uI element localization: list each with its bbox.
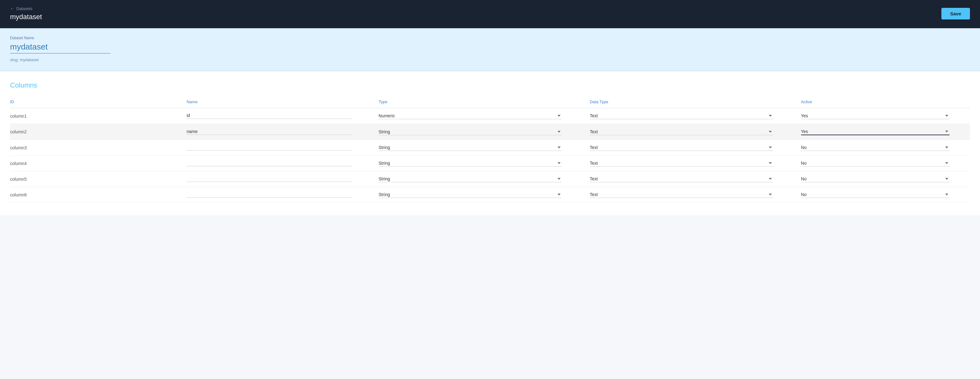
- cell-active: YesNo: [797, 108, 970, 124]
- columns-title: Columns: [10, 81, 970, 89]
- active-select[interactable]: YesNo: [801, 128, 950, 135]
- cell-id: column4: [10, 155, 183, 171]
- back-link[interactable]: ← Datasets: [10, 6, 42, 11]
- columns-section: Columns ID Name Type Data Type Active co…: [0, 71, 980, 215]
- name-input[interactable]: [186, 192, 353, 198]
- data-type-select[interactable]: TextIntegerFloatBoolean: [590, 176, 773, 182]
- cell-data-type: TextIntegerFloatBoolean: [586, 108, 797, 124]
- cell-data-type: TextIntegerFloatBoolean: [586, 124, 797, 140]
- data-type-select[interactable]: TextIntegerFloatBoolean: [590, 160, 773, 167]
- col-header-data-type: Data Type: [586, 97, 797, 108]
- data-type-select[interactable]: TextIntegerFloatBoolean: [590, 191, 773, 198]
- data-type-select[interactable]: TextIntegerFloatBoolean: [590, 144, 773, 151]
- cell-name: [183, 187, 375, 203]
- cell-type: NumericStringBooleanDate: [375, 155, 586, 171]
- cell-type: NumericStringBooleanDate: [375, 140, 586, 155]
- type-select[interactable]: NumericStringBooleanDate: [379, 176, 562, 182]
- data-type-select[interactable]: TextIntegerFloatBoolean: [590, 128, 773, 135]
- back-arrow-icon: ←: [10, 6, 14, 11]
- name-input[interactable]: [186, 160, 353, 166]
- name-input[interactable]: [186, 176, 353, 182]
- table-row: column4NumericStringBooleanDateTextInteg…: [10, 155, 970, 171]
- table-row: column2NumericStringBooleanDateTextInteg…: [10, 124, 970, 140]
- data-type-select[interactable]: TextIntegerFloatBoolean: [590, 113, 773, 119]
- cell-id: column6: [10, 187, 183, 203]
- columns-header-row: ID Name Type Data Type Active: [10, 97, 970, 108]
- col-header-type: Type: [375, 97, 586, 108]
- dataset-name-section: Dataset Name slug: mydataset: [0, 28, 980, 71]
- columns-table: ID Name Type Data Type Active column1Num…: [10, 97, 970, 203]
- active-select[interactable]: YesNo: [801, 176, 950, 182]
- active-select[interactable]: YesNo: [801, 144, 950, 151]
- type-select[interactable]: NumericStringBooleanDate: [379, 113, 562, 119]
- columns-table-header: ID Name Type Data Type Active: [10, 97, 970, 108]
- active-select[interactable]: YesNo: [801, 113, 950, 119]
- columns-table-body: column1NumericStringBooleanDateTextInteg…: [10, 108, 970, 203]
- page-title: mydataset: [10, 13, 42, 21]
- cell-active: YesNo: [797, 187, 970, 203]
- cell-name: [183, 140, 375, 155]
- active-select[interactable]: YesNo: [801, 191, 950, 198]
- save-button[interactable]: Save: [942, 8, 970, 19]
- cell-active: YesNo: [797, 140, 970, 155]
- back-label: Datasets: [16, 6, 32, 11]
- table-row: column6NumericStringBooleanDateTextInteg…: [10, 187, 970, 203]
- cell-active: YesNo: [797, 124, 970, 140]
- col-header-name: Name: [183, 97, 375, 108]
- col-header-id: ID: [10, 97, 183, 108]
- cell-data-type: TextIntegerFloatBoolean: [586, 140, 797, 155]
- cell-data-type: TextIntegerFloatBoolean: [586, 171, 797, 187]
- cell-data-type: TextIntegerFloatBoolean: [586, 155, 797, 171]
- cell-name: [183, 124, 375, 140]
- cell-type: NumericStringBooleanDate: [375, 108, 586, 124]
- name-input[interactable]: [186, 113, 353, 119]
- col-header-active: Active: [797, 97, 970, 108]
- table-row: column1NumericStringBooleanDateTextInteg…: [10, 108, 970, 124]
- cell-name: [183, 108, 375, 124]
- dataset-name-label: Dataset Name: [10, 36, 970, 40]
- type-select[interactable]: NumericStringBooleanDate: [379, 128, 562, 135]
- cell-active: YesNo: [797, 171, 970, 187]
- name-input[interactable]: [186, 144, 353, 151]
- dataset-name-input[interactable]: [10, 42, 110, 54]
- cell-id: column3: [10, 140, 183, 155]
- cell-id: column1: [10, 108, 183, 124]
- cell-type: NumericStringBooleanDate: [375, 187, 586, 203]
- cell-data-type: TextIntegerFloatBoolean: [586, 187, 797, 203]
- cell-name: [183, 171, 375, 187]
- header: ← Datasets mydataset Save: [0, 0, 980, 28]
- type-select[interactable]: NumericStringBooleanDate: [379, 191, 562, 198]
- cell-active: YesNo: [797, 155, 970, 171]
- type-select[interactable]: NumericStringBooleanDate: [379, 144, 562, 151]
- cell-name: [183, 155, 375, 171]
- active-select[interactable]: YesNo: [801, 160, 950, 167]
- cell-type: NumericStringBooleanDate: [375, 171, 586, 187]
- cell-id: column5: [10, 171, 183, 187]
- name-input[interactable]: [186, 129, 353, 135]
- header-left: ← Datasets mydataset: [10, 6, 42, 21]
- table-row: column5NumericStringBooleanDateTextInteg…: [10, 171, 970, 187]
- table-row: column3NumericStringBooleanDateTextInteg…: [10, 140, 970, 155]
- type-select[interactable]: NumericStringBooleanDate: [379, 160, 562, 167]
- cell-id: column2: [10, 124, 183, 140]
- slug-text: slug: mydataset: [10, 57, 970, 62]
- cell-type: NumericStringBooleanDate: [375, 124, 586, 140]
